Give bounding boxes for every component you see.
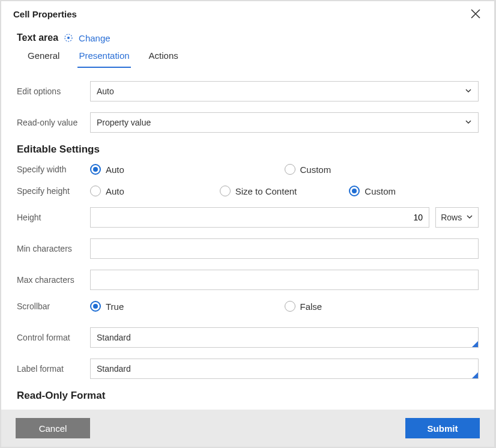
edit-options-row: Edit options Auto bbox=[17, 81, 479, 101]
readonly-value-select[interactable]: Property value bbox=[90, 112, 479, 133]
dialog-title: Cell Properties bbox=[13, 9, 77, 19]
readonly-value-row: Read-only value Property value bbox=[17, 112, 479, 133]
label-format-input[interactable]: Standard bbox=[90, 359, 479, 379]
radio-icon bbox=[349, 186, 360, 196]
radio-icon bbox=[220, 186, 231, 196]
specify-width-label: Specify width bbox=[17, 165, 90, 174]
corner-indicator-icon bbox=[472, 341, 478, 347]
dialog-body-scroll[interactable]: Text area Change General Presentation Ac… bbox=[1, 24, 494, 410]
specify-width-row: Specify width Auto Custom bbox=[17, 164, 479, 175]
control-format-input[interactable]: Standard bbox=[90, 327, 479, 348]
scrollbar-row: Scrollbar True False bbox=[17, 301, 479, 312]
scrollbar-label: Scrollbar bbox=[17, 301, 90, 311]
control-format-value: Standard bbox=[97, 333, 131, 342]
height-auto-radio[interactable]: Auto bbox=[90, 186, 124, 196]
height-input[interactable] bbox=[90, 207, 429, 228]
width-custom-radio[interactable]: Custom bbox=[285, 164, 331, 175]
min-chars-input[interactable] bbox=[90, 238, 479, 259]
max-chars-label: Max characters bbox=[17, 275, 90, 285]
width-custom-label: Custom bbox=[300, 165, 331, 175]
readonly-value-label: Read-only value bbox=[17, 118, 90, 127]
tabs: General Presentation Actions bbox=[17, 47, 479, 68]
chevron-down-icon bbox=[465, 86, 472, 96]
radio-icon bbox=[90, 301, 101, 312]
corner-indicator-icon bbox=[472, 372, 478, 378]
close-button[interactable] bbox=[469, 7, 482, 20]
control-type-row: Text area Change bbox=[17, 32, 479, 43]
radio-icon bbox=[90, 186, 101, 196]
svg-point-1 bbox=[67, 37, 70, 39]
height-size-label: Size to Content bbox=[235, 186, 297, 196]
height-auto-label: Auto bbox=[106, 186, 124, 196]
scrollbar-true-radio[interactable]: True bbox=[90, 301, 124, 312]
change-link[interactable]: Change bbox=[79, 33, 110, 43]
readonly-value-value: Property value bbox=[97, 118, 151, 127]
max-chars-row: Max characters bbox=[17, 270, 479, 290]
submit-button[interactable]: Submit bbox=[405, 418, 480, 438]
cell-properties-dialog: Cell Properties Text area Change General… bbox=[1, 1, 494, 447]
dialog-footer: Cancel Submit bbox=[1, 410, 494, 447]
specify-height-label: Specify height bbox=[17, 186, 90, 196]
scrollbar-false-radio[interactable]: False bbox=[285, 301, 322, 312]
max-chars-input[interactable] bbox=[90, 270, 479, 290]
width-auto-radio[interactable]: Auto bbox=[90, 164, 124, 175]
specify-height-row: Specify height Auto Size to Content bbox=[17, 186, 479, 196]
height-unit-select[interactable]: Rows bbox=[435, 207, 479, 228]
height-size-radio[interactable]: Size to Content bbox=[220, 186, 297, 196]
edit-options-label: Edit options bbox=[17, 86, 90, 96]
close-icon bbox=[470, 8, 481, 19]
edit-options-value: Auto bbox=[97, 86, 114, 96]
width-auto-label: Auto bbox=[106, 165, 124, 175]
chevron-down-icon bbox=[466, 213, 473, 222]
edit-options-select[interactable]: Auto bbox=[90, 81, 479, 101]
control-format-row: Control format Standard bbox=[17, 327, 479, 348]
height-custom-label: Custom bbox=[364, 186, 396, 196]
radio-icon bbox=[285, 301, 295, 312]
dialog-header: Cell Properties bbox=[1, 1, 494, 24]
label-format-row: Label format Standard bbox=[17, 359, 479, 379]
height-unit-value: Rows bbox=[441, 213, 462, 222]
scrollbar-true-label: True bbox=[106, 301, 124, 312]
cancel-button[interactable]: Cancel bbox=[16, 418, 90, 438]
scrollbar-false-label: False bbox=[300, 301, 322, 312]
label-format-value: Standard bbox=[97, 364, 131, 374]
height-custom-radio[interactable]: Custom bbox=[349, 186, 396, 196]
label-format-label: Label format bbox=[17, 364, 90, 374]
readonly-format-title: Read-Only Format bbox=[17, 390, 479, 402]
min-chars-row: Min characters bbox=[17, 238, 479, 259]
min-chars-label: Min characters bbox=[17, 244, 90, 253]
target-icon[interactable] bbox=[63, 32, 74, 43]
radio-icon bbox=[90, 164, 101, 175]
editable-settings-title: Editable Settings bbox=[17, 144, 479, 156]
radio-icon bbox=[285, 164, 295, 175]
control-type-label: Text area bbox=[17, 32, 58, 43]
tab-general[interactable]: General bbox=[26, 47, 61, 68]
tab-actions[interactable]: Actions bbox=[148, 47, 180, 68]
tab-presentation[interactable]: Presentation bbox=[77, 47, 130, 68]
chevron-down-icon bbox=[465, 118, 472, 127]
height-label: Height bbox=[17, 213, 90, 222]
control-format-label: Control format bbox=[17, 333, 90, 342]
height-row: Height Rows bbox=[17, 207, 479, 228]
